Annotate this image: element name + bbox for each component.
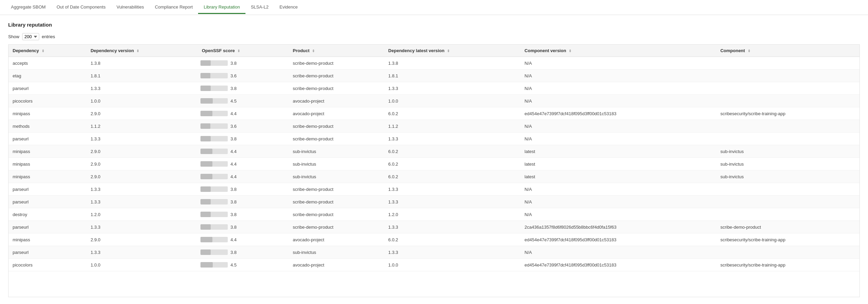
cell-openssf-score: 4.4 bbox=[198, 233, 289, 246]
cell-comp-version: N/A bbox=[521, 95, 716, 107]
table-row: minipass2.9.0 4.4 avocado-project6.0.2ed… bbox=[9, 233, 859, 246]
cell-component: scribe-demo-product bbox=[716, 221, 859, 233]
cell-dep-version: 1.3.3 bbox=[87, 196, 198, 208]
cell-component bbox=[716, 246, 859, 259]
col-header-dependency_version[interactable]: Dependency version ⇕ bbox=[87, 45, 198, 57]
cell-dep-latest: 1.2.0 bbox=[384, 208, 521, 221]
cell-component bbox=[716, 133, 859, 145]
cell-dep-latest: 1.8.1 bbox=[384, 70, 521, 82]
col-header-product[interactable]: Product ⇕ bbox=[289, 45, 384, 57]
cell-dependency: parseurl bbox=[9, 133, 87, 145]
cell-openssf-score: 3.8 bbox=[198, 133, 289, 145]
col-header-component_version[interactable]: Component version ⇕ bbox=[521, 45, 716, 57]
cell-dep-latest: 1.3.3 bbox=[384, 196, 521, 208]
cell-openssf-score: 3.6 bbox=[198, 120, 289, 133]
cell-product: sub-invictus bbox=[289, 158, 384, 170]
cell-comp-version: N/A bbox=[521, 70, 716, 82]
cell-product: avocado-project bbox=[289, 259, 384, 271]
sort-icon-openssf_score: ⇕ bbox=[237, 49, 240, 53]
cell-dep-version: 1.3.3 bbox=[87, 82, 198, 95]
cell-comp-version: N/A bbox=[521, 120, 716, 133]
cell-dependency: accepts bbox=[9, 57, 87, 70]
table-row: destroy1.2.0 3.8 scribe-demo-product1.2.… bbox=[9, 208, 859, 221]
col-header-openssf_score[interactable]: OpenSSF score ⇕ bbox=[198, 45, 289, 57]
cell-component bbox=[716, 196, 859, 208]
cell-dep-version: 1.1.2 bbox=[87, 120, 198, 133]
cell-comp-version: latest bbox=[521, 158, 716, 170]
cell-dependency: etag bbox=[9, 70, 87, 82]
cell-dependency: picocolors bbox=[9, 259, 87, 271]
table-row: parseurl1.3.3 3.8 scribe-demo-product1.3… bbox=[9, 82, 859, 95]
sort-icon-product: ⇕ bbox=[312, 49, 315, 53]
main-content: Library reputation Show 102550100200 ent… bbox=[0, 15, 868, 304]
cell-dependency: methods bbox=[9, 120, 87, 133]
col-header-dependency[interactable]: Dependency ⇕ bbox=[9, 45, 87, 57]
show-label: Show bbox=[8, 34, 19, 39]
nav-tab-evidence[interactable]: Evidence bbox=[274, 1, 303, 14]
entries-select[interactable]: 102550100200 bbox=[22, 33, 39, 40]
cell-dep-version: 1.8.1 bbox=[87, 70, 198, 82]
cell-comp-version: 2ca436a1357f8d6f8026d55b8bbc6f4d0fa15f63 bbox=[521, 221, 716, 233]
cell-openssf-score: 4.5 bbox=[198, 95, 289, 107]
cell-openssf-score: 3.8 bbox=[198, 196, 289, 208]
cell-dep-latest: 6.0.2 bbox=[384, 145, 521, 158]
cell-component: scribesecurity/scribe-training-app bbox=[716, 259, 859, 271]
cell-dep-latest: 1.0.0 bbox=[384, 259, 521, 271]
cell-dep-version: 1.3.8 bbox=[87, 57, 198, 70]
table-row: minipass2.9.0 4.4 avocado-project6.0.2ed… bbox=[9, 107, 859, 120]
table-container: Dependency ⇕Dependency version ⇕OpenSSF … bbox=[8, 44, 860, 297]
nav-tab-vulnerabilities[interactable]: Vulnerabilities bbox=[111, 1, 149, 14]
cell-dependency: picocolors bbox=[9, 95, 87, 107]
cell-dep-latest: 1.3.3 bbox=[384, 246, 521, 259]
cell-dependency: destroy bbox=[9, 208, 87, 221]
cell-product: scribe-demo-product bbox=[289, 183, 384, 196]
page-title: Library reputation bbox=[8, 22, 860, 28]
cell-product: sub-invictus bbox=[289, 170, 384, 183]
cell-openssf-score: 3.8 bbox=[198, 246, 289, 259]
cell-dep-latest: 1.0.0 bbox=[384, 95, 521, 107]
cell-product: avocado-project bbox=[289, 233, 384, 246]
nav-tab-aggregate-sbom[interactable]: Aggregate SBOM bbox=[5, 1, 51, 14]
cell-dep-version: 2.9.0 bbox=[87, 233, 198, 246]
cell-component: sub-invictus bbox=[716, 158, 859, 170]
cell-dep-latest: 1.3.3 bbox=[384, 133, 521, 145]
cell-product: sub-invictus bbox=[289, 246, 384, 259]
cell-openssf-score: 3.6 bbox=[198, 70, 289, 82]
nav-tab-slsa-l2[interactable]: SLSA-L2 bbox=[245, 1, 274, 14]
table-row: parseurl1.3.3 3.8 scribe-demo-product1.3… bbox=[9, 221, 859, 233]
cell-dep-version: 1.3.3 bbox=[87, 221, 198, 233]
cell-component: sub-invictus bbox=[716, 145, 859, 158]
cell-component: sub-invictus bbox=[716, 170, 859, 183]
table-row: etag1.8.1 3.6 scribe-demo-product1.8.1N/… bbox=[9, 70, 859, 82]
cell-product: scribe-demo-product bbox=[289, 70, 384, 82]
cell-dep-latest: 6.0.2 bbox=[384, 158, 521, 170]
nav-tab-compliance-report[interactable]: Compliance Report bbox=[149, 1, 198, 14]
cell-dep-version: 2.9.0 bbox=[87, 170, 198, 183]
cell-product: scribe-demo-product bbox=[289, 208, 384, 221]
cell-comp-version: N/A bbox=[521, 196, 716, 208]
cell-comp-version: N/A bbox=[521, 208, 716, 221]
cell-comp-version: latest bbox=[521, 170, 716, 183]
table-row: parseurl1.3.3 3.8 scribe-demo-product1.3… bbox=[9, 183, 859, 196]
nav-tab-out-of-date[interactable]: Out of Date Components bbox=[51, 1, 111, 14]
col-header-dependency_latest_version[interactable]: Dependency latest version ⇕ bbox=[384, 45, 521, 57]
cell-product: scribe-demo-product bbox=[289, 133, 384, 145]
cell-openssf-score: 3.8 bbox=[198, 82, 289, 95]
cell-component bbox=[716, 120, 859, 133]
col-header-component[interactable]: Component ⇕ bbox=[716, 45, 859, 57]
cell-dependency: parseurl bbox=[9, 183, 87, 196]
cell-openssf-score: 3.8 bbox=[198, 221, 289, 233]
cell-comp-version: N/A bbox=[521, 183, 716, 196]
table-scroll[interactable]: Dependency ⇕Dependency version ⇕OpenSSF … bbox=[9, 45, 859, 297]
table-row: accepts1.3.8 3.8 scribe-demo-product1.3.… bbox=[9, 57, 859, 70]
cell-product: scribe-demo-product bbox=[289, 57, 384, 70]
table-row: minipass2.9.0 4.4 sub-invictus6.0.2lates… bbox=[9, 170, 859, 183]
table-row: parseurl1.3.3 3.8 sub-invictus1.3.3N/A bbox=[9, 246, 859, 259]
nav-tabs-container: Aggregate SBOMOut of Date ComponentsVuln… bbox=[0, 0, 868, 15]
nav-tab-library-reputation[interactable]: Library Reputation bbox=[198, 1, 245, 14]
cell-dep-version: 2.9.0 bbox=[87, 158, 198, 170]
cell-openssf-score: 4.4 bbox=[198, 158, 289, 170]
cell-dep-latest: 6.0.2 bbox=[384, 107, 521, 120]
entries-label: entries bbox=[42, 34, 55, 39]
cell-dep-version: 1.0.0 bbox=[87, 95, 198, 107]
